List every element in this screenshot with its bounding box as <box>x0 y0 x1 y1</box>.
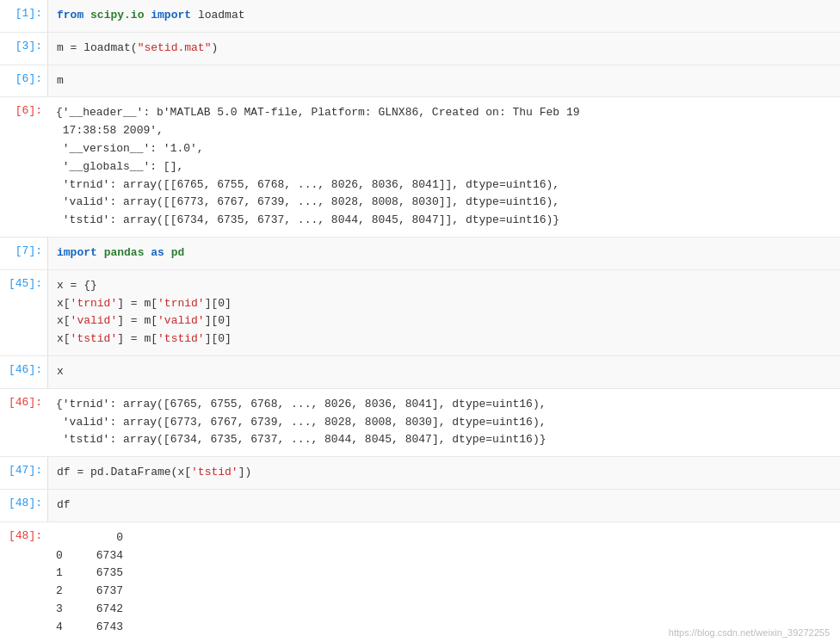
cell-7-label: [7]: <box>0 238 47 269</box>
cell-46-input-label: [46]: <box>0 356 47 388</box>
cell-46-input-content: x <box>47 356 840 388</box>
cell-1: [1]: from scipy.io import loadmat <box>0 0 840 33</box>
cell-6-output-label: [6]: <box>0 97 47 237</box>
cell-48-input-label: [48]: <box>0 490 47 522</box>
cell-3-label: [3]: <box>0 33 47 65</box>
cell-6-input: [6]: m <box>0 65 840 98</box>
cell-6-output: [6]: {'__header__': b'MATLAB 5.0 MAT-fil… <box>0 97 840 238</box>
footer-url: https://blog.csdn.net/weixin_39272255 <box>669 627 830 638</box>
cell-3-content: m = loadmat("setid.mat") <box>47 33 840 65</box>
cell-47-content: df = pd.DataFrame(x['tstid']) <box>47 457 840 489</box>
cell-6-output-content: {'__header__': b'MATLAB 5.0 MAT-file, Pl… <box>47 97 840 237</box>
cell-6-input-label: [6]: <box>0 65 47 97</box>
cell-46-input: [46]: x <box>0 356 840 389</box>
cell-7: [7]: import pandas as pd <box>0 238 840 270</box>
cell-46-output-content: {'trnid': array([6765, 6755, 6768, ..., … <box>47 389 840 456</box>
cell-46-output: [46]: {'trnid': array([6765, 6755, 6768,… <box>0 389 840 457</box>
cell-47-label: [47]: <box>0 457 47 489</box>
notebook: [1]: from scipy.io import loadmat [3]: m… <box>0 0 840 642</box>
cell-45-label: [45]: <box>0 270 47 355</box>
cell-1-label: [1]: <box>0 0 47 32</box>
cell-6-input-content: m <box>47 65 840 97</box>
cell-48-input-content: df <box>47 490 840 522</box>
cell-1-content: from scipy.io import loadmat <box>47 0 840 32</box>
cell-48-input: [48]: df <box>0 490 840 522</box>
cell-45-content: x = {} x['trnid'] = m['trnid'][0] x['val… <box>47 270 840 355</box>
cell-7-content: import pandas as pd <box>47 238 840 269</box>
cell-48-output-label: [48]: <box>0 522 47 642</box>
cell-46-output-label: [46]: <box>0 389 47 456</box>
cell-3: [3]: m = loadmat("setid.mat") <box>0 33 840 65</box>
cell-47: [47]: df = pd.DataFrame(x['tstid']) <box>0 457 840 490</box>
cell-48-output: [48]: 0 0 6734 1 6735 2 6737 3 6742 4 67… <box>0 522 840 642</box>
cell-45: [45]: x = {} x['trnid'] = m['trnid'][0] … <box>0 270 840 356</box>
cell-48-output-content: 0 0 6734 1 6735 2 6737 3 6742 4 6743 <box>47 522 840 642</box>
